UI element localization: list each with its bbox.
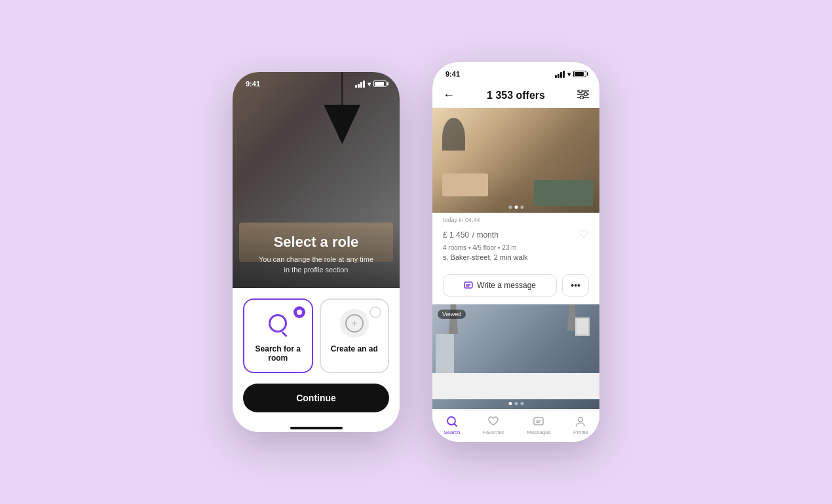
svg-point-5 [580, 96, 584, 99]
dot-2 [514, 206, 518, 209]
listing-1-details: 4 rooms • 4/5 floor • 23 m [443, 244, 589, 251]
back-button[interactable]: ← [443, 88, 455, 102]
home-indicator [290, 427, 343, 429]
listing-1-info: £ 1 450 / month ♡ 4 rooms • 4/5 floor • … [432, 225, 599, 274]
phone2-time: 9:41 [445, 70, 460, 78]
nav-search[interactable]: Search [444, 415, 460, 435]
phone2-battery-icon [573, 71, 586, 77]
room-image-2: Viewed [432, 304, 599, 409]
svg-line-8 [454, 424, 457, 427]
phone1-content: Search for a room + Create an ad Continu… [233, 288, 400, 423]
role-card-create[interactable]: + Create an ad [320, 298, 390, 373]
nav-search-label: Search [444, 429, 460, 435]
listing-1-price: £ 1 450 / month [443, 228, 499, 241]
sofa-furniture [534, 180, 593, 206]
role-card-search[interactable]: Search for a room [243, 298, 313, 373]
wifi-icon: ▾ [368, 81, 371, 88]
hero-title: Select a role [246, 234, 387, 251]
signal-bars-icon [355, 81, 365, 88]
svg-point-10 [578, 418, 583, 422]
phone-2: 9:41 ▾ ← 1 353 offers [432, 62, 599, 442]
kitchen-lamp-left [449, 304, 458, 334]
search-ring-icon [269, 314, 287, 333]
viewed-badge: Viewed [438, 310, 466, 319]
hero-subtitle: You can change the role at any timein th… [246, 255, 387, 275]
dot2-2 [514, 402, 518, 405]
app-background: 9:41 ▾ Select a role You can [0, 0, 832, 504]
listing-1-actions: Write a message ••• [432, 274, 599, 297]
svg-point-4 [584, 92, 588, 96]
nav-profile-label: Profile [573, 429, 588, 435]
phone1-home-bar [233, 423, 400, 432]
search-role-label: Search for a room [251, 344, 305, 363]
phone2-header: ← 1 353 offers [432, 82, 599, 108]
listings-title: 1 353 offers [487, 90, 545, 101]
nav-messages[interactable]: Messages [527, 415, 550, 435]
bottom-nav: Search Favorites Messages [432, 410, 599, 442]
dot-1 [508, 206, 512, 209]
phone1-time: 9:41 [246, 80, 260, 88]
message-button-1[interactable]: Write a message [443, 274, 557, 297]
hero-overlay: Select a role You can change the role at… [233, 221, 400, 288]
phones-container: 9:41 ▾ Select a role You can [233, 62, 599, 442]
favorite-button-1[interactable]: ♡ [578, 227, 589, 242]
search-role-icon [263, 309, 292, 338]
image-dots-2 [508, 402, 523, 405]
phone2-signal-icon [555, 71, 565, 78]
filter-button[interactable] [577, 90, 589, 101]
battery-icon [373, 81, 387, 87]
phone2-status-bar: 9:41 ▾ [432, 62, 599, 82]
listing-card-2: Viewed Ma [432, 304, 599, 422]
table-furniture [442, 173, 488, 196]
plus-circle-icon: + [345, 314, 364, 333]
phone1-status-icons: ▾ [355, 81, 387, 88]
listing-1-address: s. Baker-street, 2 min walk [443, 253, 589, 261]
price-row-1: £ 1 450 / month ♡ [443, 227, 589, 242]
image-dots [508, 206, 523, 209]
dot2-1 [508, 402, 512, 405]
continue-button[interactable]: Continue [243, 384, 389, 412]
listing-2-image: Viewed [432, 304, 599, 409]
dot2-3 [520, 402, 523, 405]
phone-1: 9:41 ▾ Select a role You can [233, 72, 400, 432]
create-role-icon: + [340, 309, 369, 338]
listings-scroll[interactable]: today in 04:44 £ 1 450 / month ♡ 4 rooms… [432, 108, 599, 422]
listing-1-timestamp: today in 04:44 [432, 213, 599, 225]
kitchen-counter [432, 373, 599, 399]
more-button-1[interactable]: ••• [562, 274, 589, 297]
listing-1-image [432, 108, 599, 213]
nav-favorites[interactable]: Favorites [483, 415, 504, 435]
dot-3 [520, 206, 523, 209]
radio-search [293, 306, 305, 318]
radio-create [369, 306, 381, 318]
phone-1-hero: 9:41 ▾ Select a role You can [233, 72, 400, 288]
nav-profile[interactable]: Profile [573, 415, 588, 435]
nav-favorites-label: Favorites [483, 429, 504, 435]
role-cards: Search for a room + Create an ad [243, 298, 389, 373]
room-image-1 [432, 108, 599, 213]
listing-card-1: today in 04:44 £ 1 450 / month ♡ 4 rooms… [432, 108, 599, 297]
phone1-status-bar: 9:41 ▾ [233, 72, 400, 92]
phone2-wifi-icon: ▾ [567, 71, 571, 78]
create-role-label: Create an ad [328, 344, 382, 353]
phone2-status-icons: ▾ [555, 71, 586, 78]
nav-messages-label: Messages [527, 429, 550, 435]
svg-point-3 [579, 90, 582, 93]
